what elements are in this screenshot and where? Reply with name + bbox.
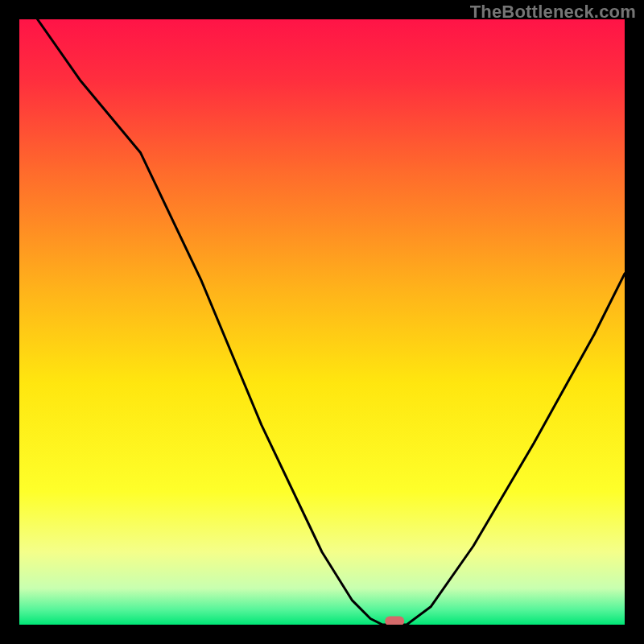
chart-frame: TheBottleneck.com [0, 0, 644, 644]
optimum-marker [385, 616, 404, 625]
bottleneck-chart [19, 19, 625, 625]
gradient-background [19, 19, 625, 625]
plot-area [19, 19, 625, 625]
